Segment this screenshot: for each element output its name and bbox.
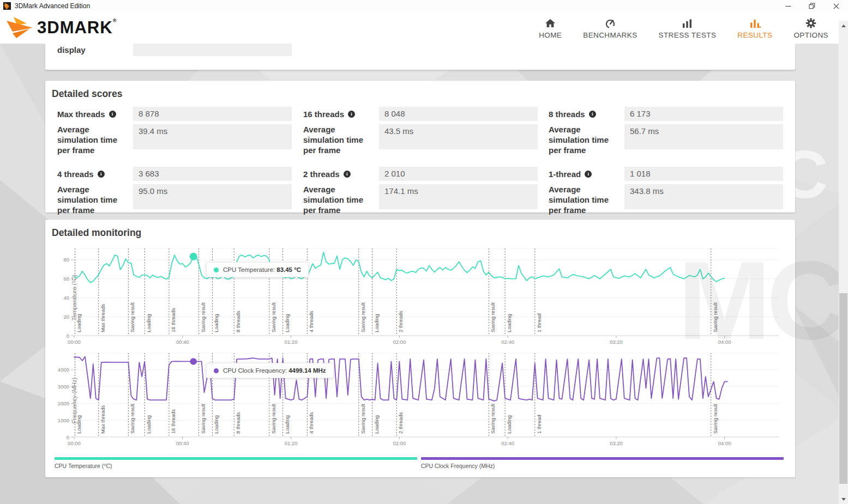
info-icon[interactable]: i — [109, 111, 116, 118]
3dmark-logo[interactable]: 3DMARK® — [7, 17, 116, 39]
options-gear-icon — [805, 17, 817, 29]
scrollbar-thumb[interactable] — [839, 293, 847, 484]
svg-text:16 threads: 16 threads — [170, 409, 176, 434]
score-value-field: 6 173 — [624, 107, 783, 121]
svg-text:Saving result: Saving result — [270, 302, 276, 332]
nav-label-stress-tests: STRESS TESTS — [659, 31, 717, 39]
cpu-frequency-chart[interactable]: Frequency (MHz) 0100020003000400000:0000… — [55, 351, 784, 450]
scores-row-1: Max threadsi8 878Average simulation time… — [57, 107, 784, 155]
scroll-up-arrow[interactable] — [839, 22, 848, 29]
info-icon[interactable]: i — [589, 111, 596, 118]
svg-text:Saving result: Saving result — [200, 404, 206, 434]
window-controls — [776, 0, 848, 12]
registered-mark: ® — [113, 18, 117, 23]
brand-text: 3DMARK — [37, 17, 113, 39]
avg-sim-time-label: Average simulation time per frame — [303, 124, 379, 155]
svg-text:Saving result: Saving result — [490, 404, 496, 434]
nav-item-options[interactable]: OPTIONS — [793, 17, 828, 39]
freq-tooltip-label: CPU Clock Frequency: — [223, 367, 287, 374]
home-icon — [544, 17, 556, 29]
nav-items: HOMEBENCHMARKSSTRESS TESTSRESULTSOPTIONS — [539, 17, 848, 39]
temp-series-dot-icon — [214, 268, 219, 272]
restore-icon — [809, 3, 815, 9]
info-icon[interactable]: i — [344, 171, 351, 178]
svg-text:Saving result: Saving result — [712, 404, 718, 434]
scroll-down-arrow[interactable] — [839, 495, 848, 503]
score-label: 2 threadsi — [303, 167, 379, 181]
avg-sim-time-field: 56.7 ms — [624, 124, 783, 149]
stress-tests-bars-icon — [681, 17, 693, 29]
svg-text:00:40: 00:40 — [176, 440, 189, 446]
score-label: Max threadsi — [57, 107, 133, 121]
svg-text:0: 0 — [67, 434, 69, 440]
score-entry: Max threadsi8 878Average simulation time… — [57, 107, 292, 155]
score-value-field: 3 683 — [133, 167, 292, 181]
svg-text:00:00: 00:00 — [68, 339, 81, 345]
avg-sim-time-label: Average simulation time per frame — [549, 124, 624, 155]
info-icon[interactable]: i — [98, 171, 105, 178]
legend-item-temperature[interactable]: CPU Temperature (°C) — [55, 457, 417, 469]
avg-sim-time-field: 39.4 ms — [133, 124, 292, 149]
window-title: 3DMark Advanced Edition — [15, 2, 90, 10]
svg-text:Loading: Loading — [146, 314, 152, 332]
cpu-temperature-chart[interactable]: Temperature (°C) 02040608000:0000:4001:2… — [55, 244, 784, 351]
nav-bar: 3DMARK® HOMEBENCHMARKSSTRESS TESTSRESULT… — [0, 12, 848, 44]
nav-label-options: OPTIONS — [793, 31, 828, 39]
title-bar: 3DMark Advanced Edition — [0, 0, 848, 12]
avg-sim-time-field: 95.0 ms — [133, 184, 292, 209]
svg-text:03:20: 03:20 — [610, 339, 623, 345]
info-icon[interactable]: i — [585, 171, 592, 178]
app-icon — [3, 2, 11, 10]
freq-chart-svg: 0100020003000400000:0000:4001:2002:0002:… — [55, 351, 784, 449]
legend-label: CPU Clock Frequency (MHz) — [421, 463, 784, 469]
svg-text:02:00: 02:00 — [393, 339, 406, 345]
results-bars-icon — [749, 17, 761, 29]
freq-tooltip-value: 4499.14 MHz — [288, 367, 326, 374]
legend-color-bar — [421, 457, 784, 460]
nav-item-home[interactable]: HOME — [539, 17, 562, 39]
score-value-field: 1 018 — [624, 167, 783, 181]
temp-tooltip: CPU Temperature: 83.45 °C — [206, 262, 309, 277]
detailed-scores-title: Detailed scores — [52, 88, 122, 100]
nav-item-benchmarks[interactable]: BENCHMARKS — [583, 17, 637, 39]
svg-text:20: 20 — [63, 314, 69, 320]
detailed-monitoring-title: Detailed monitoring — [52, 227, 141, 239]
info-icon[interactable]: i — [348, 111, 355, 118]
svg-text:1 thread: 1 thread — [536, 313, 542, 332]
svg-text:16 threads: 16 threads — [170, 308, 176, 332]
legend-item-frequency[interactable]: CPU Clock Frequency (MHz) — [421, 457, 784, 469]
chart-legend: CPU Temperature (°C)CPU Clock Frequency … — [55, 457, 784, 469]
svg-text:Max threads: Max threads — [100, 405, 106, 434]
svg-text:Saving result: Saving result — [129, 302, 135, 332]
close-button[interactable] — [824, 0, 848, 12]
detailed-scores-card: Detailed scores Max threadsi8 878Average… — [45, 81, 795, 212]
score-value-field: 2 010 — [379, 167, 538, 181]
scrollbar[interactable] — [839, 21, 848, 504]
avg-sim-time-label: Average simulation time per frame — [303, 184, 379, 215]
scores-grid: Max threadsi8 878Average simulation time… — [57, 107, 784, 215]
svg-text:02:00: 02:00 — [393, 440, 406, 446]
nav-item-results[interactable]: RESULTS — [737, 17, 772, 39]
score-label: 1-threadi — [549, 167, 624, 181]
score-label: 8 threadsi — [549, 107, 624, 121]
score-entry: 16 threadsi8 048Average simulation time … — [303, 107, 538, 155]
minimize-button[interactable] — [776, 0, 800, 12]
minimize-icon — [785, 3, 791, 9]
svg-text:40: 40 — [63, 295, 69, 301]
scores-row-2: 4 threadsi3 683Average simulation time p… — [57, 167, 784, 215]
svg-text:04:00: 04:00 — [718, 339, 731, 345]
svg-text:Loading: Loading — [213, 415, 219, 434]
temp-axis-label: Temperature (°C) — [71, 275, 77, 320]
legend-color-bar — [55, 457, 417, 460]
svg-text:Saving result: Saving result — [360, 302, 366, 332]
svg-text:1 thread: 1 thread — [536, 415, 542, 434]
nav-item-stress-tests[interactable]: STRESS TESTS — [659, 17, 717, 39]
svg-text:Saving result: Saving result — [712, 302, 718, 332]
svg-text:2 threads: 2 threads — [398, 311, 404, 332]
nav-label-results: RESULTS — [737, 31, 772, 39]
svg-text:Loading: Loading — [284, 415, 290, 434]
restore-button[interactable] — [800, 0, 824, 12]
avg-sim-time-label: Average simulation time per frame — [549, 184, 624, 215]
svg-text:80: 80 — [63, 257, 69, 263]
score-value-field: 8 878 — [133, 107, 292, 121]
